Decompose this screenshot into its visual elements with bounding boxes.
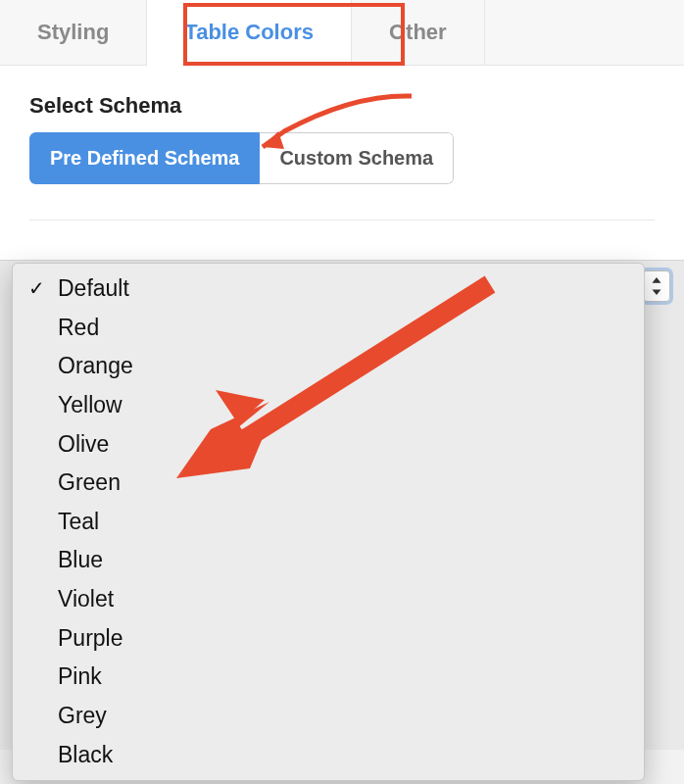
tab-bar: Styling Table Colors Other [0, 0, 684, 66]
dropdown-option-teal[interactable]: Teal [13, 503, 644, 542]
dropdown-option-default[interactable]: Default [13, 270, 644, 309]
dropdown-option-yellow[interactable]: Yellow [13, 386, 644, 425]
tab-content: Select Schema Pre Defined Schema Custom … [0, 66, 684, 260]
tab-table-colors[interactable]: Table Colors [147, 0, 352, 66]
settings-panel: Styling Table Colors Other Select Schema… [0, 0, 684, 260]
dropdown-option-olive[interactable]: Olive [13, 425, 644, 465]
tab-styling[interactable]: Styling [0, 0, 147, 65]
dropdown-option-grey[interactable]: Grey [13, 697, 644, 736]
dropdown-option-purple[interactable]: Purple [13, 619, 644, 659]
dropdown-option-violet[interactable]: Violet [13, 580, 644, 619]
divider [29, 220, 655, 220]
dropdown-option-red[interactable]: Red [13, 309, 644, 348]
updown-icon [651, 277, 662, 295]
dropdown-option-pink[interactable]: Pink [13, 658, 644, 697]
custom-schema-button[interactable]: Custom Schema [260, 132, 454, 184]
select-schema-label: Select Schema [29, 93, 655, 119]
select-stepper-icon[interactable] [643, 270, 670, 302]
dropdown-option-blue[interactable]: Blue [13, 541, 644, 580]
tab-other[interactable]: Other [352, 0, 485, 65]
predefined-schema-button[interactable]: Pre Defined Schema [29, 132, 260, 184]
dropdown-option-green[interactable]: Green [13, 464, 644, 503]
schema-dropdown: Default Red Orange Yellow Olive Green Te… [12, 263, 645, 781]
dropdown-option-black[interactable]: Black [13, 736, 644, 775]
schema-segmented-control: Pre Defined Schema Custom Schema [29, 132, 454, 184]
dropdown-option-orange[interactable]: Orange [13, 347, 644, 386]
